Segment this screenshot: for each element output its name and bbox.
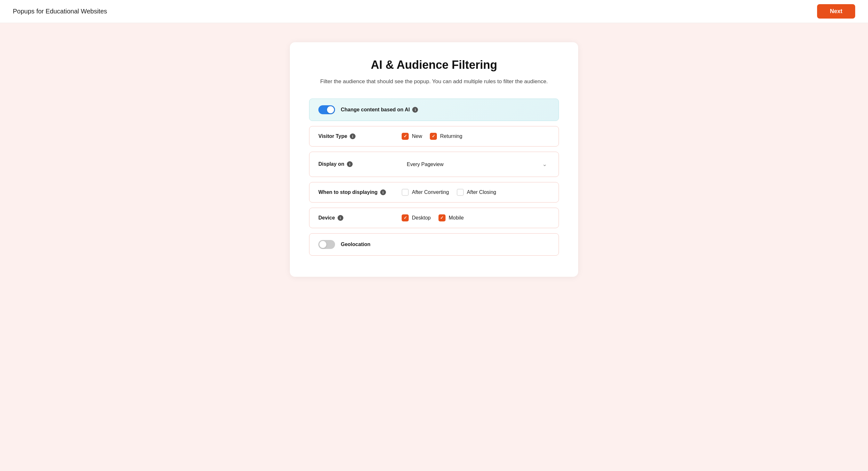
desktop-label: Desktop: [412, 215, 431, 221]
display-on-dropdown[interactable]: Every Pageview First Pageview Second Pag…: [402, 158, 550, 170]
geolocation-toggle-slider: [318, 240, 335, 249]
display-on-dropdown-wrapper: Every Pageview First Pageview Second Pag…: [402, 158, 550, 170]
ai-info-icon[interactable]: i: [412, 107, 418, 113]
ai-toggle-text: Change content based on AI: [341, 107, 410, 113]
mobile-checkbox-box: [438, 214, 445, 222]
geolocation-toggle[interactable]: [318, 240, 335, 249]
card-title: AI & Audience Filtering: [309, 58, 559, 72]
display-on-info-icon[interactable]: i: [347, 161, 353, 167]
page-title: Popups for Educational Websites: [13, 8, 107, 15]
after-closing-label: After Closing: [467, 190, 496, 195]
desktop-checkbox-box: [402, 214, 409, 222]
ai-toggle-slider: [318, 105, 335, 114]
mobile-checkbox[interactable]: Mobile: [438, 214, 464, 222]
visitor-type-returning-checkbox-box: [430, 133, 437, 140]
display-on-label: Display on i: [318, 161, 402, 167]
after-converting-label: After Converting: [412, 190, 449, 195]
after-closing-checkbox-box: [457, 189, 464, 196]
visitor-type-controls: New Returning: [402, 133, 550, 140]
visitor-type-returning-checkbox[interactable]: Returning: [430, 133, 462, 140]
ai-toggle-wrapper: Change content based on AI i: [318, 105, 418, 114]
when-to-stop-controls: After Converting After Closing: [402, 189, 550, 196]
display-on-row: Display on i Every Pageview First Pagevi…: [309, 152, 559, 177]
card-subtitle: Filter the audience that should see the …: [309, 77, 559, 86]
when-to-stop-text: When to stop displaying: [318, 190, 378, 195]
header: Popups for Educational Websites Next: [0, 0, 868, 23]
device-info-icon[interactable]: i: [338, 215, 343, 221]
visitor-type-label: Visitor Type i: [318, 133, 402, 139]
geolocation-row: Geolocation: [309, 233, 559, 256]
visitor-type-text: Visitor Type: [318, 133, 347, 139]
after-converting-checkbox[interactable]: After Converting: [402, 189, 449, 196]
geolocation-toggle-label: Geolocation: [341, 242, 370, 247]
main-content: AI & Audience Filtering Filter the audie…: [0, 23, 868, 296]
visitor-type-info-icon[interactable]: i: [350, 133, 355, 139]
next-button[interactable]: Next: [817, 4, 855, 19]
after-closing-checkbox[interactable]: After Closing: [457, 189, 496, 196]
visitor-type-new-label: New: [412, 133, 422, 139]
desktop-checkbox[interactable]: Desktop: [402, 214, 431, 222]
device-controls: Desktop Mobile: [402, 214, 550, 222]
device-label: Device i: [318, 215, 402, 221]
visitor-type-new-checkbox-box: [402, 133, 409, 140]
visitor-type-new-checkbox[interactable]: New: [402, 133, 422, 140]
device-row: Device i Desktop Mobile: [309, 208, 559, 228]
when-to-stop-info-icon[interactable]: i: [380, 190, 386, 195]
visitor-type-returning-label: Returning: [440, 133, 462, 139]
ai-toggle-label: Change content based on AI i: [341, 107, 418, 113]
when-to-stop-row: When to stop displaying i After Converti…: [309, 182, 559, 203]
card: AI & Audience Filtering Filter the audie…: [290, 42, 578, 277]
visitor-type-row: Visitor Type i New Returning: [309, 126, 559, 146]
geolocation-text: Geolocation: [341, 242, 370, 247]
after-converting-checkbox-box: [402, 189, 409, 196]
ai-toggle-row: Change content based on AI i: [309, 99, 559, 121]
device-text: Device: [318, 215, 335, 221]
geolocation-toggle-wrapper: Geolocation: [318, 240, 370, 249]
when-to-stop-label: When to stop displaying i: [318, 190, 402, 195]
ai-toggle[interactable]: [318, 105, 335, 114]
mobile-label: Mobile: [449, 215, 464, 221]
display-on-text: Display on: [318, 161, 344, 167]
